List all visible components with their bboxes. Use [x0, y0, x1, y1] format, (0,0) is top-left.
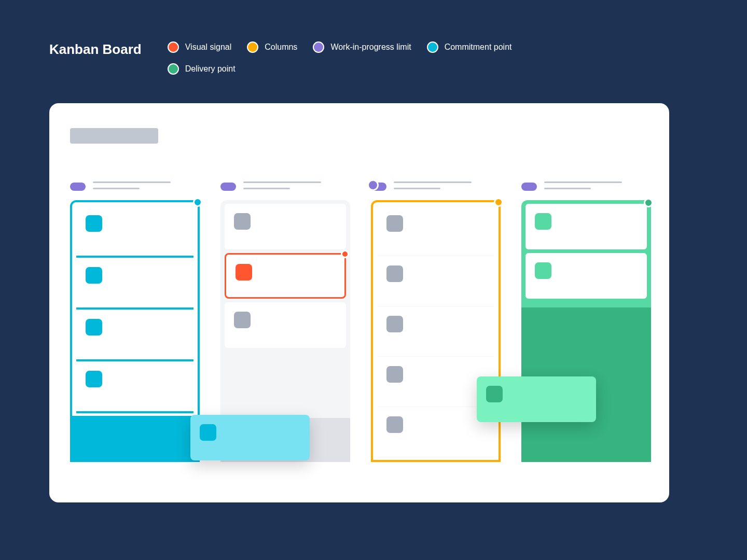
kanban-card[interactable]: [377, 256, 494, 306]
legend-label: Delivery point: [185, 64, 236, 74]
card-type-icon: [535, 262, 551, 279]
card-type-icon: [86, 267, 102, 284]
legend-dot-icon: [247, 41, 258, 53]
dragging-card[interactable]: [477, 376, 596, 422]
card-type-icon: [86, 371, 102, 387]
card-type-icon: [86, 215, 102, 232]
column-header: [371, 183, 501, 191]
kanban-card-visual-signal[interactable]: [225, 253, 346, 299]
kanban-card[interactable]: [76, 206, 193, 258]
column-body[interactable]: [70, 200, 200, 462]
kanban-card[interactable]: [76, 361, 193, 413]
legend-item-columns: Columns: [247, 41, 297, 53]
column-header: [70, 183, 200, 191]
card-type-icon: [386, 265, 403, 282]
kanban-card[interactable]: [76, 258, 193, 310]
column-header: [220, 183, 350, 191]
dragging-card[interactable]: [190, 415, 310, 460]
kanban-card[interactable]: [76, 310, 193, 361]
wip-limit-pill: [521, 183, 537, 191]
legend-item-visual-signal: Visual signal: [168, 41, 232, 53]
visual-signal-marker-icon: [341, 250, 349, 258]
column-footer: [72, 416, 198, 460]
commitment-marker-icon: [193, 198, 202, 207]
kanban-card[interactable]: [377, 206, 494, 256]
column-commitment: [70, 183, 200, 462]
card-type-icon: [200, 424, 216, 441]
legend-item-wip-limit: Work-in-progress limit: [313, 41, 411, 53]
card-type-icon: [535, 213, 551, 230]
kanban-card[interactable]: [525, 253, 647, 299]
card-type-icon: [236, 264, 252, 281]
page-title: Kanban Board: [49, 41, 142, 58]
kanban-card[interactable]: [525, 204, 647, 249]
wip-limit-marker-icon: [367, 179, 379, 191]
column-body[interactable]: [521, 200, 651, 462]
legend-label: Columns: [265, 43, 297, 52]
legend-label: Work-in-progress limit: [330, 43, 411, 52]
legend-dot-icon: [313, 41, 324, 53]
card-type-icon: [234, 213, 251, 230]
page-header: Kanban Board Visual signal Columns Work-…: [49, 41, 703, 75]
column-title-placeholder: [243, 181, 350, 189]
legend-label: Visual signal: [185, 43, 232, 52]
columns-container: [70, 183, 648, 462]
kanban-card[interactable]: [225, 302, 346, 348]
legend-item-commitment: Commitment point: [427, 41, 512, 53]
kanban-card[interactable]: [377, 306, 494, 357]
board-title-placeholder: [70, 128, 158, 144]
column-body[interactable]: [371, 200, 501, 462]
card-type-icon: [386, 316, 403, 332]
card-type-icon: [234, 312, 251, 328]
card-type-icon: [386, 215, 403, 232]
columns-marker-icon: [494, 198, 503, 207]
card-type-icon: [386, 416, 403, 433]
column-title-placeholder: [93, 181, 200, 189]
wip-limit-pill: [70, 183, 86, 191]
kanban-card[interactable]: [225, 204, 346, 249]
card-type-icon: [386, 366, 403, 383]
legend-dot-icon: [427, 41, 438, 53]
legend-dot-icon: [168, 63, 179, 75]
legend-label: Commitment point: [445, 43, 512, 52]
delivery-marker-icon: [644, 198, 653, 207]
legend-dot-icon: [168, 41, 179, 53]
card-type-icon: [86, 319, 102, 335]
column-header: [521, 183, 651, 191]
wip-limit-pill: [220, 183, 236, 191]
kanban-board: [49, 103, 669, 502]
legend-item-delivery: Delivery point: [168, 63, 236, 75]
card-type-icon: [486, 386, 503, 402]
legend: Visual signal Columns Work-in-progress l…: [168, 41, 541, 75]
column-title-placeholder: [394, 181, 501, 189]
column-title-placeholder: [544, 181, 651, 189]
